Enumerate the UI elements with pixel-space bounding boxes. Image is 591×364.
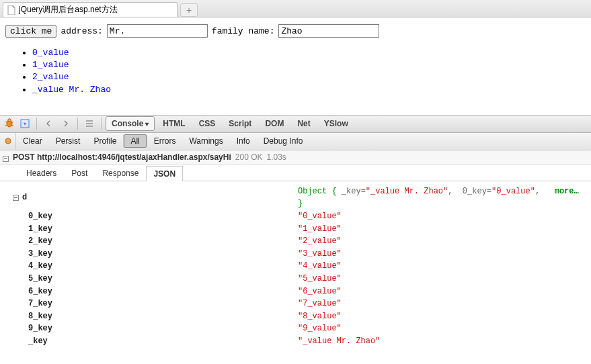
json-key: 2_key (28, 235, 52, 248)
chevron-down-icon: ▾ (145, 120, 149, 128)
toolbar-separator (36, 118, 37, 130)
subtab-post[interactable]: Post (64, 165, 95, 181)
json-object-type: Object (298, 187, 327, 196)
list-item: _value Mr. Zhao (32, 84, 586, 96)
twisty-open-icon[interactable] (3, 154, 9, 161)
inspect-icon[interactable] (17, 117, 32, 130)
persist-button[interactable]: Persist (49, 133, 87, 150)
tab-script[interactable]: Script (223, 117, 257, 130)
json-row[interactable]: _key"_value Mr. Zhao" (12, 335, 583, 348)
tab-dom[interactable]: DOM (260, 117, 289, 130)
json-key: 8_key (28, 310, 52, 323)
filter-errors-button[interactable]: Errors (147, 133, 183, 150)
nav-back-icon[interactable] (41, 117, 56, 130)
request-status: 200 OK (235, 152, 263, 162)
tab-console[interactable]: Console▾ (106, 116, 155, 131)
request-time: 1.03s (267, 152, 286, 162)
json-row[interactable]: 8_key"8_value" (12, 310, 583, 323)
filter-debuginfo-button[interactable]: Debug Info (257, 133, 310, 150)
tab-net[interactable]: Net (292, 117, 315, 130)
network-request-row[interactable]: POST http://localhost:4946/jqtest/ajaxHa… (0, 150, 591, 165)
profile-button[interactable]: Profile (87, 133, 123, 150)
json-key: 3_key (28, 248, 52, 261)
list-item: 1_value (32, 59, 586, 71)
list-view-icon[interactable] (82, 117, 97, 130)
json-key: 7_key (28, 298, 52, 310)
json-row[interactable]: 4_key"4_value" (12, 260, 583, 273)
json-row[interactable]: 1_key"1_value" (12, 223, 583, 236)
json-value: "6_value" (298, 285, 342, 298)
form-row: click me address: family name: (5, 24, 586, 38)
page-icon (7, 5, 15, 15)
request-method: POST (13, 152, 35, 162)
address-label: address: (61, 26, 102, 36)
json-row[interactable]: 9_key"9_value" (12, 322, 583, 335)
json-key: 6_key (28, 285, 52, 298)
browser-tabbar: jQuery调用后台asp.net方法 + (0, 0, 591, 17)
json-row[interactable]: 2_key"2_value" (12, 235, 583, 248)
break-icon[interactable] (0, 133, 16, 150)
json-value: "2_value" (298, 235, 342, 248)
json-value: "4_value" (298, 260, 342, 273)
page-body: click me address: family name: 0_value 1… (0, 17, 591, 115)
svg-point-1 (8, 119, 11, 122)
address-input[interactable] (107, 24, 208, 38)
toolbar-separator (101, 118, 102, 130)
subtab-response[interactable]: Response (95, 165, 146, 181)
json-viewer: d Object { _key="_value Mr. Zhao", 0_key… (0, 181, 591, 355)
json-row[interactable]: 3_key"3_value" (12, 248, 583, 261)
twisty-open-icon[interactable] (12, 194, 19, 201)
click-me-button[interactable]: click me (5, 25, 56, 38)
clear-button[interactable]: Clear (16, 133, 49, 150)
subtab-json[interactable]: JSON (146, 166, 183, 181)
console-toolbar: Clear Persist Profile All Errors Warning… (0, 133, 591, 150)
json-key: 0_key (28, 210, 52, 223)
nav-forward-icon[interactable] (58, 117, 73, 130)
json-value: "7_value" (298, 298, 342, 310)
value-list: 0_value 1_value 2_value _value Mr. Zhao (5, 47, 586, 96)
new-tab-button[interactable]: + (180, 3, 198, 17)
json-value: "0_value" (298, 210, 342, 223)
json-value: "5_value" (298, 273, 342, 285)
json-value: "3_value" (298, 248, 342, 261)
json-key: 1_key (28, 223, 52, 236)
json-value: "_value Mr. Zhao" (298, 335, 380, 348)
list-item: 2_value (32, 71, 586, 83)
json-key: 9_key (28, 322, 52, 335)
plus-icon: + (186, 5, 192, 15)
filter-all-button[interactable]: All (124, 134, 146, 148)
firebug-icon[interactable] (4, 118, 15, 130)
list-item: 0_value (32, 47, 586, 59)
json-value: "9_value" (298, 322, 342, 335)
json-row[interactable]: 7_key"7_value" (12, 298, 583, 310)
request-url: http://localhost:4946/jqtest/ajaxHandler… (37, 152, 231, 162)
json-key: d (22, 191, 27, 204)
browser-tab-active[interactable]: jQuery调用后台asp.net方法 (3, 2, 178, 17)
filter-warnings-button[interactable]: Warnings (182, 133, 229, 150)
subtab-headers[interactable]: Headers (19, 165, 64, 181)
tab-css[interactable]: CSS (194, 117, 221, 130)
filter-info-button[interactable]: Info (230, 133, 257, 150)
response-subtabs: Headers Post Response JSON (0, 165, 591, 181)
json-value: "8_value" (298, 310, 342, 323)
familyname-input[interactable] (278, 24, 379, 38)
json-row[interactable]: 6_key"6_value" (12, 285, 583, 298)
toolbar-separator (77, 118, 78, 130)
json-root-row[interactable]: d Object { _key="_value Mr. Zhao", 0_key… (12, 185, 583, 210)
json-row[interactable]: 5_key"5_value" (12, 273, 583, 285)
tab-yslow[interactable]: YSlow (319, 117, 354, 130)
browser-tab-title: jQuery调用后台asp.net方法 (19, 4, 118, 15)
tab-html[interactable]: HTML (157, 117, 190, 130)
devtools-main-toolbar: Console▾ HTML CSS Script DOM Net YSlow (0, 116, 591, 133)
json-row[interactable]: 0_key"0_value" (12, 210, 583, 223)
json-key: 5_key (28, 273, 52, 285)
familyname-label: family name: (212, 26, 275, 36)
json-value: "1_value" (298, 223, 342, 236)
json-key: 4_key (28, 260, 52, 273)
devtools-panel: Console▾ HTML CSS Script DOM Net YSlow C… (0, 115, 591, 355)
json-key: _key (28, 335, 48, 348)
json-more-link[interactable]: more… (555, 187, 579, 196)
